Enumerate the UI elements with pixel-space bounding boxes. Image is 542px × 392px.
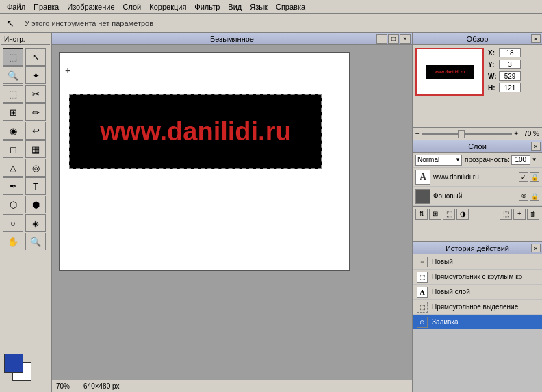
overview-x-label: X:: [488, 49, 498, 57]
tool-brush[interactable]: ✏: [25, 103, 46, 121]
menu-edit[interactable]: Правка: [29, 1, 63, 12]
history-label-newlayer: Новый слой: [432, 288, 470, 296]
history-icon-newlayer: A: [417, 287, 428, 298]
layer-lock-bg-icon[interactable]: 🔒: [530, 192, 539, 201]
tool-lasso[interactable]: 🔍: [3, 66, 23, 84]
overview-content: www.danilidi.ru X: 18 Y: 3 W: 529: [413, 45, 542, 127]
canvas-area: Безымянное _ □ × + www.danilidi.ru 70% 6…: [52, 33, 412, 392]
layer-row-text[interactable]: A www.danilidi.ru ✓ 🔒: [413, 168, 542, 187]
layer-icons-text: ✓ 🔒: [519, 172, 539, 182]
canvas-window-buttons: _ □ ×: [376, 34, 411, 44]
tool-pen[interactable]: ✒: [3, 177, 23, 195]
canvas-minimize-button[interactable]: _: [376, 34, 387, 44]
opacity-dropdown-arrow[interactable]: ▼: [532, 157, 537, 163]
layers-mode-dropdown[interactable]: Normal ▼: [415, 155, 462, 166]
layer-link-button[interactable]: ⇅: [415, 209, 428, 220]
overview-y-value: 3: [499, 60, 521, 69]
layers-close-button[interactable]: ×: [531, 142, 541, 151]
layer-group-button[interactable]: ⬚: [500, 209, 512, 220]
layers-opacity-label: прозрачность:: [465, 156, 510, 164]
layer-effects-button[interactable]: ⊞: [429, 209, 441, 220]
history-close-button[interactable]: ×: [531, 244, 541, 252]
tool-move[interactable]: ↖: [25, 48, 46, 66]
tool-magic-wand[interactable]: ✦: [25, 66, 46, 84]
menu-help[interactable]: Справка: [272, 1, 309, 12]
overview-thumbnail[interactable]: www.danilidi.ru: [415, 48, 484, 96]
overview-thumb-inner: www.danilidi.ru: [426, 65, 474, 79]
foreground-color-swatch[interactable]: [4, 354, 23, 373]
tool-history-brush[interactable]: ↩: [25, 122, 46, 140]
layer-thumb-text: A: [415, 170, 430, 185]
history-icon-fill: ⊙: [417, 317, 428, 328]
right-panels: Обзор × www.danilidi.ru X: 18 Y: 3: [412, 33, 542, 392]
layers-content: Normal ▼ прозрачность: 100 ▼ A www.danil…: [413, 153, 542, 241]
toolbar-hint: У этого инструмента нет параметров: [25, 19, 153, 27]
zoom-slider[interactable]: [422, 133, 512, 135]
history-item-fill[interactable]: ⊙ Заливка: [413, 315, 542, 330]
toolbar-arrow-icon[interactable]: ↖: [3, 16, 18, 31]
tool-dodge[interactable]: ◎: [25, 159, 46, 177]
menu-correction[interactable]: Коррекция: [145, 1, 190, 12]
overview-coords: X: 18 Y: 3 W: 529 H: 121: [488, 48, 521, 125]
overview-close-button[interactable]: ×: [531, 34, 541, 43]
layers-panel: Слои × Normal ▼ прозрачность: 100 ▼: [413, 140, 542, 242]
history-item-selection[interactable]: ⬚ Прямоугольное выделение: [413, 300, 542, 315]
tool-text[interactable]: T: [25, 177, 46, 195]
layer-delete-button[interactable]: 🗑: [527, 209, 539, 220]
tool-hand[interactable]: ✋: [3, 233, 23, 250]
menu-filter[interactable]: Фильтр: [190, 1, 224, 12]
canvas-maximize-button[interactable]: □: [388, 34, 399, 44]
canvas-zoom-level: 70%: [56, 382, 70, 390]
layers-title: Слои: [468, 142, 487, 151]
layer-row-bg[interactable]: Фоновый 👁 🔒: [413, 187, 542, 206]
tool-zoom[interactable]: 🔍: [25, 233, 46, 250]
zoom-minus-icon[interactable]: −: [415, 130, 420, 138]
tool-eraser[interactable]: ◻: [3, 140, 23, 158]
history-item-newlayer[interactable]: A Новый слой: [413, 285, 542, 300]
layer-mask-button[interactable]: ⬚: [443, 209, 455, 220]
layer-name-bg: Фоновый: [433, 192, 516, 200]
tool-blur[interactable]: △: [3, 159, 23, 177]
layer-adjust-button[interactable]: ◑: [456, 209, 469, 220]
tool-stamp[interactable]: ◉: [3, 122, 23, 140]
layers-opacity-input[interactable]: 100: [511, 155, 530, 165]
layer-visibility-icon[interactable]: ✓: [519, 172, 528, 182]
menu-layer[interactable]: Слой: [119, 1, 146, 12]
tool-eyedropper2[interactable]: ◈: [25, 214, 46, 232]
cursor-cross-icon: +: [65, 65, 70, 76]
history-item-rect[interactable]: ⬚ Прямоугольник с круглым кр: [413, 270, 542, 285]
tool-notes[interactable]: ○: [3, 214, 23, 232]
overview-w-label: W:: [488, 73, 498, 80]
color-swatches[interactable]: [4, 354, 38, 388]
canvas-image[interactable]: + www.danilidi.ru: [59, 52, 350, 271]
history-titlebar: История действий ×: [413, 242, 542, 254]
tool-path[interactable]: ⬡: [3, 196, 23, 213]
canvas-text: www.danilidi.ru: [100, 117, 291, 146]
menu-image[interactable]: Изображение: [63, 1, 118, 12]
history-icon-selection: ⬚: [417, 302, 428, 313]
tool-grid: ⬚ ↖ 🔍 ✦ ⬚ ✂ ⊞ ✏ ◉ ↩ ◻ ▦ △ ◎ ✒ T ⬡ ⬢: [1, 47, 50, 252]
overview-h-value: 121: [499, 83, 521, 92]
tool-gradient[interactable]: ▦: [25, 140, 46, 158]
layer-name-text: www.danilidi.ru: [433, 173, 516, 181]
overview-title: Обзор: [467, 35, 489, 43]
menu-language[interactable]: Язык: [246, 1, 272, 12]
canvas-close-button[interactable]: ×: [400, 34, 411, 44]
layer-lock-icon[interactable]: 🔒: [530, 172, 539, 182]
history-content: ≡ Новый ⬚ Прямоугольник с круглым кр A Н…: [413, 254, 542, 330]
tool-select-rect[interactable]: ⬚: [3, 48, 23, 66]
zoom-slider-thumb[interactable]: [458, 130, 465, 138]
history-item-new[interactable]: ≡ Новый: [413, 254, 542, 270]
zoom-plus-icon[interactable]: +: [514, 130, 518, 138]
menu-file[interactable]: Файл: [3, 1, 29, 12]
layer-new-button[interactable]: +: [513, 209, 526, 220]
tool-eyedropper[interactable]: ✂: [25, 85, 46, 103]
menu-view[interactable]: Вид: [224, 1, 246, 12]
layer-visibility-bg-icon[interactable]: 👁: [519, 192, 528, 201]
tool-heal[interactable]: ⊞: [3, 103, 23, 121]
tool-shape[interactable]: ⬢: [25, 196, 46, 213]
history-label-rect: Прямоугольник с круглым кр: [432, 273, 522, 280]
menubar: Файл Правка Изображение Слой Коррекция Ф…: [0, 0, 542, 14]
canvas-statusbar: 70% 640×480 рх: [52, 380, 412, 392]
tool-crop[interactable]: ⬚: [3, 85, 23, 103]
